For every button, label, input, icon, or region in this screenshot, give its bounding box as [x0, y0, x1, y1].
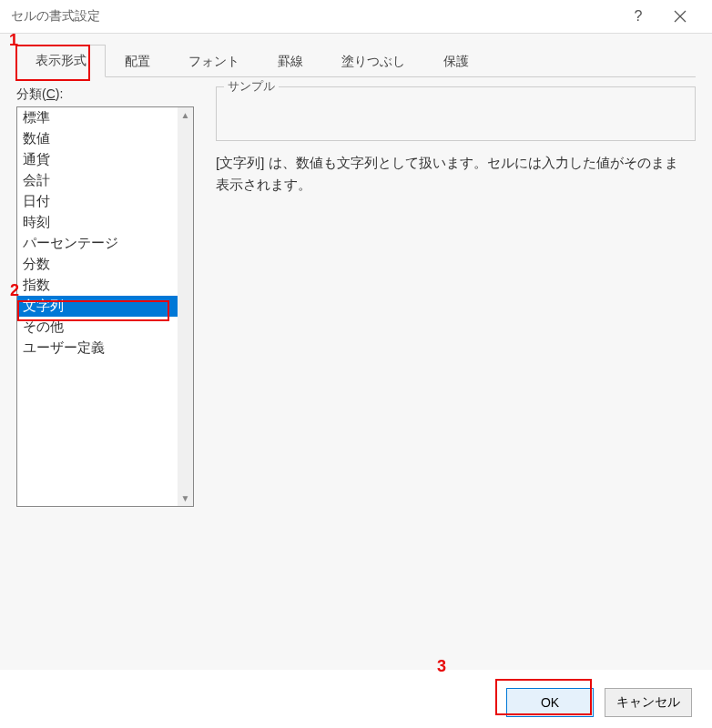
scroll-down-icon[interactable]: ▼	[181, 490, 190, 506]
help-icon[interactable]: ?	[617, 0, 659, 33]
tab-3[interactable]: 罫線	[259, 45, 322, 77]
category-label: 分類(C):	[16, 86, 194, 103]
category-label-prefix: 分類(	[16, 86, 46, 101]
category-item-3[interactable]: 会計	[17, 170, 178, 191]
category-item-2[interactable]: 通貨	[17, 149, 178, 170]
tab-5[interactable]: 保護	[424, 45, 488, 77]
category-item-11[interactable]: ユーザー定義	[17, 338, 178, 359]
category-label-suffix: ):	[56, 86, 64, 101]
body-area: 分類(C): 標準数値通貨会計日付時刻パーセンテージ分数指数文字列その他ユーザー…	[16, 77, 696, 507]
category-item-4[interactable]: 日付	[17, 191, 178, 212]
category-item-0[interactable]: 標準	[17, 107, 178, 128]
right-column: サンプル [文字列] は、数値も文字列として扱います。セルには入力した値がそのま…	[216, 86, 696, 507]
cancel-button[interactable]: キャンセル	[605, 688, 692, 717]
sample-groupbox: サンプル	[216, 86, 696, 141]
dialog-content: 表示形式配置フォント罫線塗りつぶし保護 分類(C): 標準数値通貨会計日付時刻パ…	[0, 33, 712, 670]
category-item-7[interactable]: 分数	[17, 254, 178, 275]
tab-4[interactable]: 塗りつぶし	[322, 45, 424, 77]
category-item-6[interactable]: パーセンテージ	[17, 233, 178, 254]
tab-0[interactable]: 表示形式	[16, 45, 106, 77]
category-column: 分類(C): 標準数値通貨会計日付時刻パーセンテージ分数指数文字列その他ユーザー…	[16, 86, 194, 507]
category-item-1[interactable]: 数値	[17, 128, 178, 149]
format-description: [文字列] は、数値も文字列として扱います。セルには入力した値がそのまま表示され…	[216, 152, 696, 196]
close-icon[interactable]	[659, 0, 701, 33]
scroll-up-icon[interactable]: ▲	[181, 107, 190, 123]
tab-2[interactable]: フォント	[169, 45, 259, 77]
category-listbox[interactable]: 標準数値通貨会計日付時刻パーセンテージ分数指数文字列その他ユーザー定義 ▲ ▼	[16, 106, 194, 507]
listbox-scrollbar[interactable]: ▲ ▼	[178, 107, 193, 506]
ok-button[interactable]: OK	[506, 688, 594, 717]
category-item-5[interactable]: 時刻	[17, 212, 178, 233]
category-label-mnemonic: C	[46, 86, 56, 101]
category-item-8[interactable]: 指数	[17, 275, 178, 296]
titlebar: セルの書式設定 ?	[0, 0, 712, 33]
dialog-title: セルの書式設定	[11, 8, 617, 25]
sample-label: サンプル	[224, 78, 279, 95]
tab-1[interactable]: 配置	[106, 45, 169, 77]
category-item-9[interactable]: 文字列	[17, 296, 178, 317]
dialog-footer: OK キャンセル	[506, 688, 692, 717]
category-item-10[interactable]: その他	[17, 317, 178, 338]
tabstrip: 表示形式配置フォント罫線塗りつぶし保護	[16, 45, 696, 77]
